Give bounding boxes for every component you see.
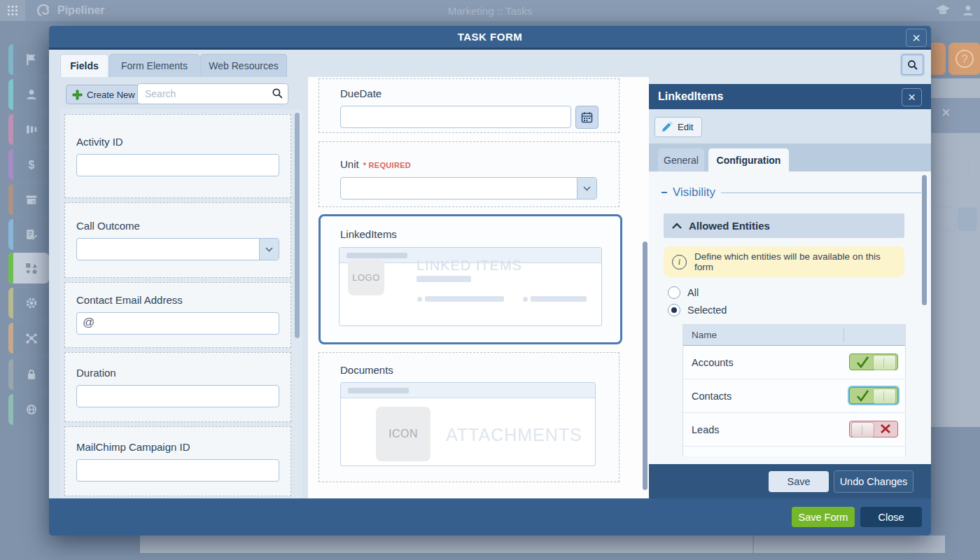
undo-label: Undo Changes [840,476,908,487]
sidebar-item-contacts[interactable] [8,79,49,110]
field-label: Call Outcome [76,220,279,232]
calendar-button[interactable] [575,106,598,129]
dialog-footer: Save Form Close [49,498,931,536]
radio-icon[interactable] [668,286,680,299]
tile-strip [8,359,13,390]
field-card-mailchimp[interactable]: MailChimp Campaign ID [64,426,291,496]
entity-name: Contacts [692,391,732,402]
create-new-button[interactable]: Create New [66,85,143,104]
sidebar-item-forms[interactable] [8,219,49,250]
undo-changes-button[interactable]: Undo Changes [834,470,913,493]
close-button[interactable]: Close [860,507,922,527]
inspector-close-button[interactable]: × [902,88,922,106]
placeholder-bar [416,276,471,282]
table-row-contacts: Contacts [683,379,905,413]
fields-scrollbar[interactable] [295,113,300,338]
table-row-partial [683,447,905,456]
placeholder-bar [346,253,407,258]
toggle-contacts-on[interactable] [849,387,898,404]
inspector-content: Visibility Allowed Entities i Define whi… [649,172,931,464]
tile-strip [8,253,13,284]
field-card-activity-id[interactable]: Activity ID [64,114,291,198]
background-button [929,43,946,75]
chevron-down-icon [265,247,273,252]
sidebar-item-pipeline[interactable] [8,114,49,145]
inspector-scrollbar[interactable] [922,175,927,305]
tab-label: Web Resources [209,60,278,71]
visibility-section-header[interactable]: Visibility [662,186,921,200]
inspector-title: LinkedItems [658,90,723,103]
dialog-close-button[interactable]: × [906,29,927,47]
background-divider [752,536,754,553]
tile-strip [8,288,13,318]
academy-icon[interactable] [935,4,951,17]
radio-label: Selected [687,304,727,316]
lock-icon [25,368,38,381]
search-icon [907,59,918,71]
save-form-button[interactable]: Save Form [792,507,855,527]
collapse-dash-icon [662,192,667,193]
tab-web-resources[interactable]: Web Resources [200,54,287,77]
sales-icon: $ [25,158,38,171]
sidebar-item-leads[interactable] [8,44,49,75]
canvas-row-linkeditems[interactable]: LinkedItems LOGO LINKED ITEMS [318,214,622,344]
background-dropdown [958,207,977,231]
tab-fields[interactable]: Fields [60,54,108,77]
radio-option-selected[interactable]: Selected [668,304,727,316]
select-chevron-button[interactable] [259,239,279,260]
settings-icon [25,297,38,309]
tile-strip [8,114,13,145]
tab-general[interactable]: General [658,148,704,172]
text-input[interactable] [76,154,279,176]
canvas-row-unit[interactable]: Unit* REQUIRED [318,141,620,207]
fields-search [137,83,288,104]
text-input[interactable] [76,459,279,482]
tab-configuration[interactable]: Configuration [708,148,789,172]
placeholder-dot [417,297,422,302]
text-input[interactable] [76,385,279,407]
svg-text:?: ? [961,52,967,66]
edit-button[interactable]: Edit [654,117,702,137]
select-input[interactable] [340,177,597,200]
user-icon[interactable] [962,4,974,17]
field-card-contact-email[interactable]: Contact Email Address @ [64,282,291,348]
info-text: Define which entities will be available … [694,251,896,272]
toggle-accounts-on[interactable] [849,354,898,370]
select-chevron-button[interactable] [577,178,596,199]
toggle-leads-off[interactable] [849,421,898,438]
form-search-button[interactable] [902,55,923,75]
help-icon: ? [948,43,980,75]
sidebar-item-sales[interactable]: $ [8,149,49,180]
field-card-call-outcome[interactable]: Call Outcome [64,202,291,278]
background-close-icon: × [941,105,951,120]
select-input[interactable] [76,238,279,260]
tab-form-elements[interactable]: Form Elements [109,54,200,77]
field-label-text: Unit [340,158,359,170]
fields-search-input[interactable] [144,85,265,103]
tab-label: General [664,155,699,166]
placeholder-bar [531,296,587,302]
sidebar-item-settings[interactable] [8,288,49,318]
date-input[interactable] [340,106,571,128]
sidebar-item-security[interactable] [8,359,49,390]
placeholder-bar [425,296,504,302]
field-label: Activity ID [76,136,279,148]
radio-dot [671,307,677,313]
sidebar-item-automation[interactable] [8,323,49,354]
field-card-duration[interactable]: Duration [64,352,291,422]
table-header: Name [683,325,905,346]
sidebar-item-products[interactable] [8,184,49,215]
sidebar-item-web[interactable] [8,394,49,425]
search-icon [272,88,284,99]
canvas-row-duedate[interactable]: DueDate [318,78,620,133]
radio-option-all[interactable]: All [668,286,699,299]
radio-icon-checked[interactable] [668,304,680,316]
allowed-entities-header[interactable]: Allowed Entities [664,214,904,238]
canvas-row-documents[interactable]: Documents ICON ATTACHMENTS [318,352,620,482]
save-button[interactable]: Save [769,471,829,492]
dialog-tabstrip: Fields Form Elements Web Resources [49,50,931,77]
email-input[interactable]: @ [76,312,279,335]
canvas-scrollbar[interactable] [643,241,648,490]
background-panel [931,98,980,133]
sidebar-item-fields[interactable] [8,253,49,284]
